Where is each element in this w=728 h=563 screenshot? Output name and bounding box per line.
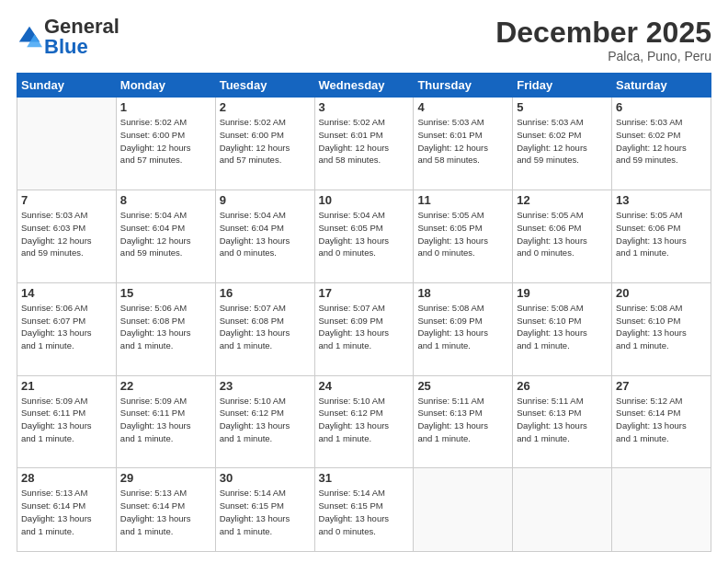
calendar-cell: 8Sunrise: 5:04 AMSunset: 6:04 PMDaylight… xyxy=(116,190,215,282)
calendar-cell: 1Sunrise: 5:02 AMSunset: 6:00 PMDaylight… xyxy=(116,98,215,190)
day-info: Sunrise: 5:05 AMSunset: 6:05 PMDaylight:… xyxy=(417,209,508,259)
calendar-week-row: 14Sunrise: 5:06 AMSunset: 6:07 PMDayligh… xyxy=(17,282,711,375)
calendar-cell: 16Sunrise: 5:07 AMSunset: 6:08 PMDayligh… xyxy=(215,282,314,375)
calendar-cell: 20Sunrise: 5:08 AMSunset: 6:10 PMDayligh… xyxy=(612,282,711,375)
month-title: December 2025 xyxy=(495,17,711,49)
day-number: 10 xyxy=(319,193,410,207)
calendar-cell: 12Sunrise: 5:05 AMSunset: 6:06 PMDayligh… xyxy=(513,190,612,282)
day-info: Sunrise: 5:04 AMSunset: 6:04 PMDaylight:… xyxy=(220,209,311,259)
calendar-cell: 27Sunrise: 5:12 AMSunset: 6:14 PMDayligh… xyxy=(612,375,711,468)
calendar-cell: 17Sunrise: 5:07 AMSunset: 6:09 PMDayligh… xyxy=(314,282,414,375)
calendar-cell: 3Sunrise: 5:02 AMSunset: 6:01 PMDaylight… xyxy=(314,98,414,190)
location: Palca, Puno, Peru xyxy=(495,49,711,63)
day-number: 13 xyxy=(616,193,707,207)
day-info: Sunrise: 5:02 AMSunset: 6:01 PMDaylight:… xyxy=(319,116,410,167)
calendar-cell: 26Sunrise: 5:11 AMSunset: 6:13 PMDayligh… xyxy=(513,375,612,468)
page: General Blue December 2025 Palca, Puno, … xyxy=(0,0,728,563)
day-number: 15 xyxy=(120,286,211,300)
calendar-cell: 22Sunrise: 5:09 AMSunset: 6:11 PMDayligh… xyxy=(116,375,215,468)
day-info: Sunrise: 5:02 AMSunset: 6:00 PMDaylight:… xyxy=(120,116,211,167)
calendar-cell: 28Sunrise: 5:13 AMSunset: 6:14 PMDayligh… xyxy=(17,468,117,552)
day-info: Sunrise: 5:13 AMSunset: 6:14 PMDaylight:… xyxy=(21,487,112,537)
day-info: Sunrise: 5:09 AMSunset: 6:11 PMDaylight:… xyxy=(120,395,211,445)
day-info: Sunrise: 5:11 AMSunset: 6:13 PMDaylight:… xyxy=(517,395,608,445)
day-info: Sunrise: 5:03 AMSunset: 6:02 PMDaylight:… xyxy=(517,116,608,167)
day-info: Sunrise: 5:07 AMSunset: 6:09 PMDaylight:… xyxy=(319,302,410,352)
day-number: 21 xyxy=(21,379,112,393)
calendar-cell: 14Sunrise: 5:06 AMSunset: 6:07 PMDayligh… xyxy=(17,282,117,375)
day-number: 27 xyxy=(616,379,707,393)
day-header-saturday: Saturday xyxy=(612,74,711,98)
day-number: 9 xyxy=(220,193,311,207)
calendar-cell: 19Sunrise: 5:08 AMSunset: 6:10 PMDayligh… xyxy=(513,282,612,375)
day-info: Sunrise: 5:03 AMSunset: 6:01 PMDaylight:… xyxy=(417,116,508,167)
calendar-cell: 29Sunrise: 5:13 AMSunset: 6:14 PMDayligh… xyxy=(116,468,215,552)
day-info: Sunrise: 5:09 AMSunset: 6:11 PMDaylight:… xyxy=(21,395,112,445)
calendar-cell: 11Sunrise: 5:05 AMSunset: 6:05 PMDayligh… xyxy=(414,190,513,282)
calendar-cell xyxy=(513,468,612,552)
day-header-wednesday: Wednesday xyxy=(314,74,414,98)
day-number: 31 xyxy=(319,471,410,485)
calendar-cell: 15Sunrise: 5:06 AMSunset: 6:08 PMDayligh… xyxy=(116,282,215,375)
title-block: December 2025 Palca, Puno, Peru xyxy=(495,17,711,63)
day-info: Sunrise: 5:10 AMSunset: 6:12 PMDaylight:… xyxy=(220,395,311,445)
day-info: Sunrise: 5:08 AMSunset: 6:10 PMDaylight:… xyxy=(616,302,707,352)
day-header-thursday: Thursday xyxy=(414,74,513,98)
day-number: 26 xyxy=(517,379,608,393)
day-number: 28 xyxy=(21,471,112,485)
day-info: Sunrise: 5:04 AMSunset: 6:04 PMDaylight:… xyxy=(120,209,211,259)
calendar-cell: 7Sunrise: 5:03 AMSunset: 6:03 PMDaylight… xyxy=(17,190,117,282)
day-info: Sunrise: 5:08 AMSunset: 6:10 PMDaylight:… xyxy=(517,302,608,352)
calendar-cell: 2Sunrise: 5:02 AMSunset: 6:00 PMDaylight… xyxy=(215,98,314,190)
calendar-cell: 13Sunrise: 5:05 AMSunset: 6:06 PMDayligh… xyxy=(612,190,711,282)
day-header-friday: Friday xyxy=(513,74,612,98)
day-number: 24 xyxy=(319,379,410,393)
calendar-cell xyxy=(414,468,513,552)
day-info: Sunrise: 5:04 AMSunset: 6:05 PMDaylight:… xyxy=(319,209,410,259)
day-info: Sunrise: 5:12 AMSunset: 6:14 PMDaylight:… xyxy=(616,395,707,445)
calendar-cell: 5Sunrise: 5:03 AMSunset: 6:02 PMDaylight… xyxy=(513,98,612,190)
calendar-cell: 31Sunrise: 5:14 AMSunset: 6:15 PMDayligh… xyxy=(314,468,414,552)
day-info: Sunrise: 5:06 AMSunset: 6:07 PMDaylight:… xyxy=(21,302,112,352)
day-number: 5 xyxy=(517,100,608,114)
calendar-cell xyxy=(612,468,711,552)
day-info: Sunrise: 5:07 AMSunset: 6:08 PMDaylight:… xyxy=(220,302,311,352)
calendar-week-row: 28Sunrise: 5:13 AMSunset: 6:14 PMDayligh… xyxy=(17,468,711,552)
day-info: Sunrise: 5:10 AMSunset: 6:12 PMDaylight:… xyxy=(319,395,410,445)
day-number: 29 xyxy=(120,471,211,485)
day-number: 2 xyxy=(220,100,311,114)
day-number: 23 xyxy=(220,379,311,393)
day-number: 12 xyxy=(517,193,608,207)
header: General Blue December 2025 Palca, Puno, … xyxy=(17,17,711,63)
logo-icon xyxy=(17,24,42,50)
calendar-cell: 10Sunrise: 5:04 AMSunset: 6:05 PMDayligh… xyxy=(314,190,414,282)
day-number: 18 xyxy=(417,286,508,300)
calendar-cell: 18Sunrise: 5:08 AMSunset: 6:09 PMDayligh… xyxy=(414,282,513,375)
day-number: 3 xyxy=(319,100,410,114)
calendar-cell: 30Sunrise: 5:14 AMSunset: 6:15 PMDayligh… xyxy=(215,468,314,552)
day-info: Sunrise: 5:14 AMSunset: 6:15 PMDaylight:… xyxy=(319,487,410,537)
day-info: Sunrise: 5:08 AMSunset: 6:09 PMDaylight:… xyxy=(417,302,508,352)
day-number: 7 xyxy=(21,193,112,207)
logo-text: General Blue xyxy=(44,17,119,57)
logo-blue-text: Blue xyxy=(44,35,88,58)
day-header-sunday: Sunday xyxy=(17,74,117,98)
calendar-week-row: 7Sunrise: 5:03 AMSunset: 6:03 PMDaylight… xyxy=(17,190,711,282)
day-header-monday: Monday xyxy=(116,74,215,98)
day-number: 4 xyxy=(417,100,508,114)
day-info: Sunrise: 5:05 AMSunset: 6:06 PMDaylight:… xyxy=(517,209,608,259)
day-number: 14 xyxy=(21,286,112,300)
calendar-week-row: 1Sunrise: 5:02 AMSunset: 6:00 PMDaylight… xyxy=(17,98,711,190)
day-number: 20 xyxy=(616,286,707,300)
calendar-header-row: SundayMondayTuesdayWednesdayThursdayFrid… xyxy=(17,74,711,98)
day-number: 1 xyxy=(120,100,211,114)
day-number: 30 xyxy=(220,471,311,485)
calendar-cell: 4Sunrise: 5:03 AMSunset: 6:01 PMDaylight… xyxy=(414,98,513,190)
calendar-cell: 24Sunrise: 5:10 AMSunset: 6:12 PMDayligh… xyxy=(314,375,414,468)
calendar-table: SundayMondayTuesdayWednesdayThursdayFrid… xyxy=(17,73,711,552)
day-info: Sunrise: 5:11 AMSunset: 6:13 PMDaylight:… xyxy=(417,395,508,445)
calendar-cell: 23Sunrise: 5:10 AMSunset: 6:12 PMDayligh… xyxy=(215,375,314,468)
day-info: Sunrise: 5:06 AMSunset: 6:08 PMDaylight:… xyxy=(120,302,211,352)
calendar-cell: 6Sunrise: 5:03 AMSunset: 6:02 PMDaylight… xyxy=(612,98,711,190)
day-number: 11 xyxy=(417,193,508,207)
